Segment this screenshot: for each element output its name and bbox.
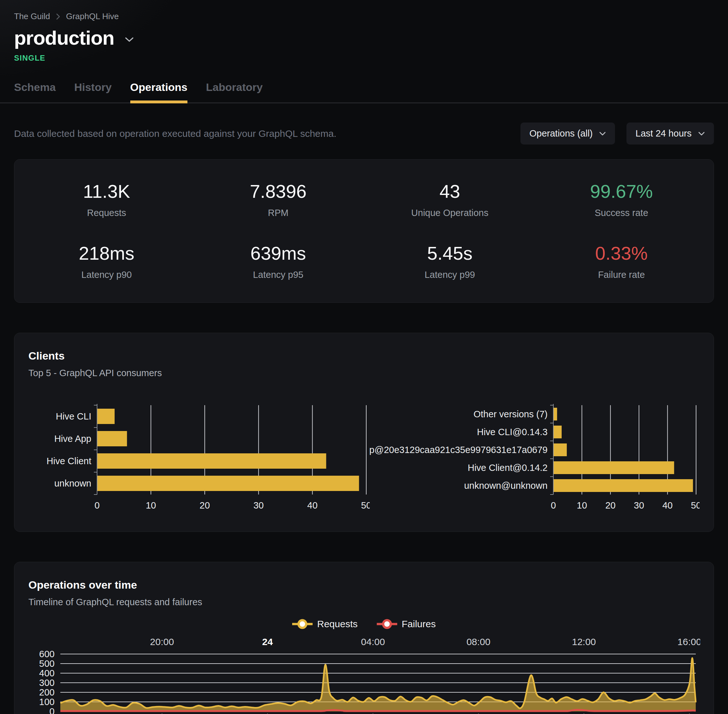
- target-type-badge: SINGLE: [0, 54, 728, 63]
- stat-latency-p99: 5.45s Latency p99: [364, 243, 536, 280]
- stat-label: Latency p90: [21, 270, 193, 280]
- top-time-label: 24: [262, 636, 273, 647]
- category-label: unknown@unknown: [464, 480, 548, 490]
- bar[interactable]: [98, 476, 359, 491]
- bar[interactable]: [98, 409, 114, 424]
- stat-latency-p95: 639ms Latency p95: [193, 243, 364, 280]
- stat-label: RPM: [193, 208, 364, 218]
- stats-summary-card: 11.3K Requests 7.8396 RPM 43 Unique Oper…: [14, 159, 714, 303]
- stat-label: Failure rate: [536, 270, 708, 280]
- timeline-legend: Requests Failures: [29, 618, 699, 630]
- top-time-label: 12:00: [572, 636, 596, 647]
- bar[interactable]: [554, 426, 562, 438]
- operations-over-time-card: Operations over time Timeline of GraphQL…: [14, 562, 714, 714]
- stat-label: Success rate: [536, 208, 708, 218]
- clients-card-subtitle: Top 5 - GraphQL API consumers: [29, 368, 699, 378]
- stat-value: 11.3K: [21, 181, 193, 202]
- y-tick-label: 500: [39, 658, 55, 669]
- legend-label: Requests: [317, 619, 358, 630]
- tab-laboratory[interactable]: Laboratory: [206, 81, 263, 102]
- stat-unique-operations: 43 Unique Operations: [364, 181, 536, 218]
- operations-card-subtitle: Timeline of GraphQL requests and failure…: [29, 597, 699, 608]
- requests-area: [60, 658, 696, 711]
- top-time-label: 08:00: [466, 636, 490, 647]
- stat-value: 218ms: [21, 243, 193, 264]
- clients-by-name-bar-chart: Hive CLIHive AppHive Clientunknown010203…: [29, 400, 370, 512]
- period-filter-dropdown[interactable]: Last 24 hours: [626, 123, 714, 144]
- y-tick-label: 600: [39, 649, 55, 659]
- stat-failure-rate: 0.33% Failure rate: [536, 243, 708, 280]
- x-tick-label: 20: [200, 500, 210, 510]
- y-tick-label: 200: [39, 687, 55, 698]
- y-tick-label: 0: [50, 706, 55, 714]
- target-tabs: Schema History Operations Laboratory: [0, 81, 728, 104]
- legend-item-requests[interactable]: Requests: [292, 618, 358, 630]
- x-tick-label: 30: [254, 500, 264, 510]
- period-filter-label: Last 24 hours: [635, 128, 692, 139]
- x-tick-label: 30: [634, 500, 644, 510]
- tab-operations[interactable]: Operations: [130, 81, 187, 102]
- requests-series-marker-icon: [292, 618, 313, 630]
- clients-card: Clients Top 5 - GraphQL API consumers Hi…: [14, 333, 714, 532]
- stat-value: 7.8396: [193, 181, 364, 202]
- category-label: unknown: [54, 478, 91, 489]
- stat-value: 5.45s: [364, 243, 536, 264]
- stat-label: Unique Operations: [364, 208, 536, 218]
- bar[interactable]: [554, 479, 693, 492]
- failures-series-marker-icon: [377, 618, 397, 630]
- category-label: Other versions (7): [474, 409, 548, 419]
- x-tick-label: 0: [95, 500, 99, 510]
- x-tick-label: 40: [307, 500, 317, 510]
- x-tick-label: 10: [146, 500, 156, 510]
- legend-item-failures[interactable]: Failures: [377, 618, 436, 630]
- page-title: production: [14, 27, 114, 49]
- clients-card-title: Clients: [29, 350, 699, 362]
- stat-value: 0.33%: [536, 243, 708, 264]
- tab-history[interactable]: History: [74, 81, 111, 102]
- top-time-label: 20:00: [150, 636, 174, 647]
- bar[interactable]: [554, 408, 557, 420]
- stat-rpm: 7.8396 RPM: [193, 181, 364, 218]
- top-time-label: 16:00: [678, 636, 700, 647]
- operations-card-title: Operations over time: [29, 579, 699, 591]
- bar[interactable]: [554, 444, 567, 456]
- category-label: Hive CLI: [56, 411, 91, 422]
- operations-timeline-area-chart: 20:0020:00242404:0004:0008:0008:0012:001…: [29, 634, 700, 714]
- bar[interactable]: [98, 453, 326, 469]
- y-tick-label: 400: [39, 668, 55, 678]
- category-label: Hive App: [54, 434, 91, 444]
- category-label: Hive App@20e3129caa921c35e9979631e17a067…: [370, 445, 548, 455]
- x-tick-label: 10: [577, 500, 587, 510]
- category-label: Hive Client: [47, 456, 91, 466]
- x-tick-label: 40: [662, 500, 672, 510]
- stat-value: 43: [364, 181, 536, 202]
- page-description: Data collected based on operation execut…: [14, 128, 337, 139]
- target-selector-chevron-down-icon[interactable]: [125, 37, 134, 42]
- breadcrumb-org[interactable]: The Guild: [14, 12, 50, 21]
- stat-label: Requests: [21, 208, 193, 218]
- bar[interactable]: [554, 461, 674, 474]
- chevron-right-icon: [56, 13, 60, 20]
- x-tick-label: 50: [691, 500, 699, 510]
- chevron-down-icon: [698, 132, 705, 136]
- top-time-label: 04:00: [361, 636, 385, 647]
- stat-value: 639ms: [193, 243, 364, 264]
- x-tick-label: 50: [361, 500, 370, 510]
- y-tick-label: 300: [39, 678, 55, 688]
- legend-label: Failures: [402, 619, 436, 630]
- breadcrumb-project[interactable]: GraphQL Hive: [66, 12, 119, 21]
- category-label: Hive CLI@0.14.3: [477, 427, 548, 437]
- operations-filter-dropdown[interactable]: Operations (all): [520, 123, 615, 144]
- breadcrumb: The Guild GraphQL Hive: [0, 0, 728, 21]
- clients-by-version-bar-chart: Other versions (7)Hive CLI@0.14.3Hive Ap…: [370, 400, 699, 512]
- category-label: Hive Client@0.14.2: [468, 463, 548, 473]
- x-tick-label: 20: [605, 500, 615, 510]
- chevron-down-icon: [599, 132, 606, 136]
- tab-schema[interactable]: Schema: [14, 81, 56, 102]
- stat-success-rate: 99.67% Success rate: [536, 181, 708, 218]
- operations-filter-label: Operations (all): [529, 128, 593, 139]
- y-tick-label: 100: [39, 697, 55, 707]
- bar[interactable]: [98, 431, 127, 446]
- stat-value: 99.67%: [536, 181, 708, 202]
- x-tick-label: 0: [551, 500, 556, 510]
